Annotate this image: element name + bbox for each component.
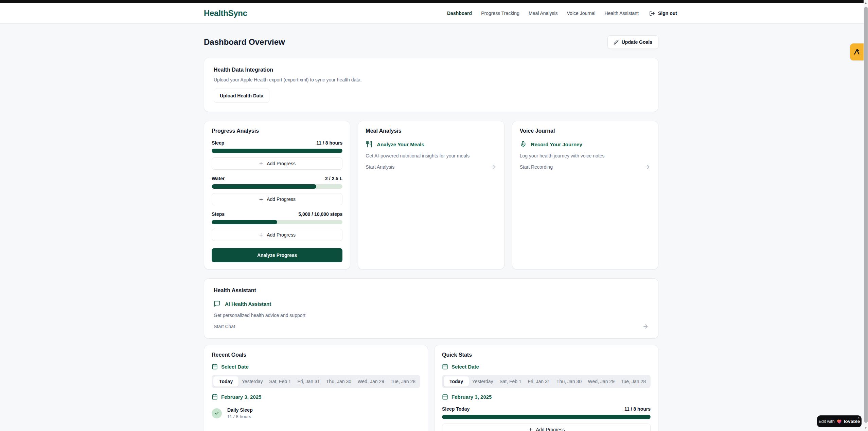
tab-wed-jan-29[interactable]: Wed, Jan 29 xyxy=(355,379,387,384)
heart-gradient-icon xyxy=(837,419,842,424)
card-title: Quick Stats xyxy=(442,352,651,358)
meal-analysis-card: Meal Analysis Analyze Your Meals Get AI-… xyxy=(358,121,504,269)
select-date-button[interactable]: Select Date xyxy=(442,363,651,370)
stat-value: 11 / 8 hours xyxy=(624,406,651,412)
card-title: Recent Goals xyxy=(212,352,420,358)
tab-fri-jan-31[interactable]: Fri, Jan 31 xyxy=(294,379,323,384)
selected-date: February 3, 2025 xyxy=(442,394,651,400)
recent-goals-card: Recent Goals Select Date Today Yesterday… xyxy=(204,345,428,431)
sleep-today-progress-bar xyxy=(442,415,651,419)
lovable-mark-icon xyxy=(853,48,861,56)
scrollbar-down-arrow[interactable]: ▼ xyxy=(864,427,868,430)
card-description: Get AI-powered nutritional insights for … xyxy=(366,153,496,158)
quick-stats-card: Quick Stats Select Date Today Yesterday … xyxy=(434,345,658,431)
plus-icon xyxy=(259,197,264,202)
calendar-icon xyxy=(212,363,218,370)
nav-progress-tracking[interactable]: Progress Tracking xyxy=(481,11,519,16)
upload-health-data-button[interactable]: Upload Health Data xyxy=(214,89,269,103)
nav-voice-journal[interactable]: Voice Journal xyxy=(567,11,596,16)
message-square-icon xyxy=(214,300,220,307)
main-nav: Dashboard Progress Tracking Meal Analysi… xyxy=(447,11,677,16)
add-progress-button[interactable]: Add Progress xyxy=(442,424,651,431)
plus-icon xyxy=(259,232,264,238)
analyze-your-meals-link[interactable]: Analyze Your Meals xyxy=(366,141,496,148)
tab-today[interactable]: Today xyxy=(444,376,469,387)
ai-health-assistant-link[interactable]: AI Health Assistant xyxy=(214,300,649,307)
goal-label: Water xyxy=(212,176,225,181)
start-recording-link[interactable]: Start Recording xyxy=(520,164,553,170)
arrow-right-icon[interactable] xyxy=(491,164,497,170)
pencil-icon xyxy=(614,40,619,45)
log-out-icon xyxy=(649,11,655,16)
tab-wed-jan-29[interactable]: Wed, Jan 29 xyxy=(585,379,618,384)
goal-label: Steps xyxy=(212,211,225,217)
add-progress-sleep-button[interactable]: Add Progress xyxy=(212,157,342,170)
record-your-journey-link[interactable]: Record Your Journey xyxy=(520,141,651,148)
tab-fri-jan-31[interactable]: Fri, Jan 31 xyxy=(525,379,553,384)
plus-icon xyxy=(259,161,264,166)
card-description: Get personalized health advice and suppo… xyxy=(214,313,649,318)
tab-yesterday[interactable]: Yesterday xyxy=(469,379,496,384)
health-assistant-card: Health Assistant AI Health Assistant Get… xyxy=(204,278,658,339)
health-data-integration-card: Health Data Integration Upload your Appl… xyxy=(204,58,658,112)
goal-label: Sleep xyxy=(212,140,224,146)
card-title: Health Data Integration xyxy=(214,67,649,73)
nav-dashboard[interactable]: Dashboard xyxy=(447,11,472,16)
app-logo[interactable]: HealthSync xyxy=(204,8,247,18)
steps-progress-bar xyxy=(212,220,342,224)
water-progress-bar xyxy=(212,184,342,189)
calendar-icon xyxy=(442,394,448,400)
arrow-right-icon[interactable] xyxy=(642,323,649,330)
goal-sleep: Sleep 11 / 8 hours Add Progress xyxy=(212,140,342,170)
lovable-side-tab[interactable] xyxy=(850,43,864,60)
goal-progress-text: 11 / 8 hours xyxy=(227,414,253,419)
goal-steps: Steps 5,000 / 10,000 steps Add Progress xyxy=(212,211,342,241)
nav-health-assistant[interactable]: Health Assistant xyxy=(605,11,639,16)
tab-sat-feb-1[interactable]: Sat, Feb 1 xyxy=(266,379,294,384)
microphone-icon xyxy=(520,141,527,148)
tab-today[interactable]: Today xyxy=(213,376,238,387)
scrollbar-thumb[interactable] xyxy=(864,7,868,423)
page-title: Dashboard Overview xyxy=(204,37,285,47)
arrow-right-icon[interactable] xyxy=(644,164,651,170)
tab-tue-jan-28[interactable]: Tue, Jan 28 xyxy=(618,379,649,384)
voice-journal-card: Voice Journal Record Your Journey Log yo… xyxy=(512,121,658,269)
tab-sat-feb-1[interactable]: Sat, Feb 1 xyxy=(496,379,525,384)
add-progress-steps-button[interactable]: Add Progress xyxy=(212,229,342,241)
tab-tue-jan-28[interactable]: Tue, Jan 28 xyxy=(388,379,419,384)
date-tabs: Today Yesterday Sat, Feb 1 Fri, Jan 31 T… xyxy=(442,375,651,388)
selected-date: February 3, 2025 xyxy=(212,394,420,400)
add-progress-water-button[interactable]: Add Progress xyxy=(212,193,342,205)
tab-yesterday[interactable]: Yesterday xyxy=(239,379,266,384)
goal-list-item: Daily Sleep 11 / 8 hours xyxy=(212,407,420,419)
check-icon xyxy=(212,408,222,418)
analyze-progress-button[interactable]: Analyze Progress xyxy=(212,248,342,262)
card-title: Progress Analysis xyxy=(212,128,342,134)
card-description: Log your health journey with voice notes xyxy=(520,153,651,158)
tab-thu-jan-30[interactable]: Thu, Jan 30 xyxy=(553,379,585,384)
plus-icon xyxy=(528,427,533,431)
start-chat-link[interactable]: Start Chat xyxy=(214,324,235,329)
edit-with-lovable-badge[interactable]: Edit with lovable × xyxy=(817,415,862,427)
close-icon[interactable]: × xyxy=(857,416,860,420)
nav-meal-analysis[interactable]: Meal Analysis xyxy=(529,11,558,16)
goal-name: Daily Sleep xyxy=(227,407,253,413)
goal-value: 5,000 / 10,000 steps xyxy=(298,211,342,217)
goal-value: 11 / 8 hours xyxy=(316,140,342,146)
scrollbar-up-arrow[interactable]: ▲ xyxy=(864,1,868,4)
sleep-progress-bar xyxy=(212,149,342,153)
browser-top-strip xyxy=(0,0,864,3)
calendar-icon xyxy=(442,363,448,370)
start-analysis-link[interactable]: Start Analysis xyxy=(366,164,394,170)
update-goals-button[interactable]: Update Goals xyxy=(607,35,658,49)
progress-analysis-card: Progress Analysis Sleep 11 / 8 hours Add… xyxy=(204,121,350,269)
goal-water: Water 2 / 2.5 L Add Progress xyxy=(212,176,342,205)
sign-out-button[interactable]: Sign out xyxy=(649,11,677,16)
date-tabs: Today Yesterday Sat, Feb 1 Fri, Jan 31 T… xyxy=(212,375,420,388)
page-scrollbar[interactable]: ▲ ▼ xyxy=(864,0,868,431)
card-title: Meal Analysis xyxy=(366,128,496,134)
utensils-icon xyxy=(366,141,372,148)
select-date-button[interactable]: Select Date xyxy=(212,363,420,370)
goal-value: 2 / 2.5 L xyxy=(325,176,342,181)
tab-thu-jan-30[interactable]: Thu, Jan 30 xyxy=(323,379,354,384)
